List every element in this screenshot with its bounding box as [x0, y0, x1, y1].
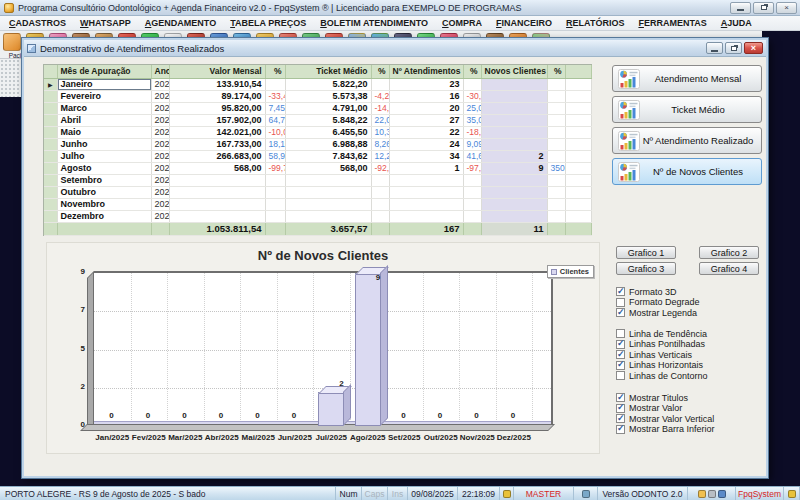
cell-pct[interactable]	[463, 174, 481, 186]
menu-tabela-pre-os[interactable]: TABELA PREÇOS	[223, 17, 313, 29]
chart-button-atendimento-mensal[interactable]: Atendimento Mensal	[612, 65, 762, 92]
cell-mes[interactable]: Marco	[57, 102, 151, 114]
cell-pct[interactable]	[547, 78, 565, 90]
cell-novos-clientes[interactable]	[481, 198, 547, 210]
cell-mes[interactable]: Outubro	[57, 186, 151, 198]
cell-valor[interactable]: 5.822,20	[285, 78, 371, 90]
cell-valor[interactable]: 5.848,22	[285, 114, 371, 126]
cell-ano[interactable]: 2025	[151, 186, 169, 198]
cell-pct[interactable]	[265, 174, 285, 186]
checkbox-mostrar-valor-vertical[interactable]: Mostrar Valor Vertical	[616, 414, 715, 423]
cell-pct[interactable]: 12,23	[371, 150, 389, 162]
mdi-restore-button[interactable]	[725, 42, 742, 54]
cell-ano[interactable]: 2025	[151, 210, 169, 222]
cell-valor[interactable]	[389, 210, 463, 222]
cell-pct[interactable]: 8,26	[371, 138, 389, 150]
menu-ajuda[interactable]: AJUDA	[714, 17, 759, 29]
cell-pct[interactable]: 64,79	[265, 114, 285, 126]
cell-valor[interactable]	[169, 186, 265, 198]
cell-pct[interactable]	[463, 78, 481, 90]
cell-valor[interactable]	[285, 198, 371, 210]
menu-boletim-atendimento[interactable]: BOLETIM ATENDIMENTO	[313, 17, 435, 29]
checkbox-linha-de-tend-ncia[interactable]: Linha de Tendência	[616, 329, 708, 338]
cell-valor[interactable]	[389, 174, 463, 186]
checkbox-formato-3d[interactable]: Formato 3D	[616, 287, 700, 296]
cell-pct[interactable]	[371, 210, 389, 222]
cell-pct[interactable]	[547, 210, 565, 222]
cell-valor[interactable]: 6.455,50	[285, 126, 371, 138]
cell-valor[interactable]: 133.910,54	[169, 78, 265, 90]
cell-valor[interactable]: 95.820,00	[169, 102, 265, 114]
pacientes-icon[interactable]: Paci	[3, 33, 21, 51]
cell-mes[interactable]: Maio	[57, 126, 151, 138]
checkbox-mostrar-titulos[interactable]: Mostrar Titulos	[616, 393, 715, 402]
cell-valor[interactable]: 142.021,00	[169, 126, 265, 138]
cell-valor[interactable]: 568,00	[285, 162, 371, 174]
cell-mes[interactable]: Agosto	[57, 162, 151, 174]
cell-pct[interactable]	[265, 186, 285, 198]
cell-mes[interactable]: Abril	[57, 114, 151, 126]
cell-valor[interactable]: 1	[389, 162, 463, 174]
grafico-4-button[interactable]: Grafico 4	[699, 262, 759, 275]
grafico-2-button[interactable]: Grafico 2	[699, 246, 759, 259]
cell-ano[interactable]: 2025	[151, 174, 169, 186]
checkbox-mostrar-barra-inferior[interactable]: Mostrar Barra Inferior	[616, 425, 715, 434]
cell-novos-clientes[interactable]	[481, 126, 547, 138]
cell-valor[interactable]	[169, 210, 265, 222]
cell-ano[interactable]: 2025	[151, 114, 169, 126]
cell-novos-clientes[interactable]	[481, 138, 547, 150]
cell-valor[interactable]: 23	[389, 78, 463, 90]
cell-valor[interactable]: 5.573,38	[285, 90, 371, 102]
menu-financeiro[interactable]: FINANCEIRO	[489, 17, 559, 29]
cell-pct[interactable]: 41,67	[463, 150, 481, 162]
cell-valor[interactable]	[389, 186, 463, 198]
cell-novos-clientes[interactable]	[481, 90, 547, 102]
cell-pct[interactable]	[547, 186, 565, 198]
cell-pct[interactable]	[371, 78, 389, 90]
cell-ano[interactable]: 2025	[151, 126, 169, 138]
grafico-3-button[interactable]: Grafico 3	[616, 262, 676, 275]
cell-ano[interactable]: 2025	[151, 102, 169, 114]
cell-pct[interactable]: -33,41	[265, 90, 285, 102]
cell-valor[interactable]	[389, 198, 463, 210]
cell-valor[interactable]: 167.733,00	[169, 138, 265, 150]
cell-ano[interactable]: 2025	[151, 90, 169, 102]
cell-pct[interactable]: 18,10	[265, 138, 285, 150]
mdi-close-button[interactable]: ×	[744, 42, 763, 54]
cell-valor[interactable]	[169, 174, 265, 186]
cell-valor[interactable]: 20	[389, 102, 463, 114]
cell-novos-clientes[interactable]	[481, 210, 547, 222]
cell-valor[interactable]: 4.791,00	[285, 102, 371, 114]
checkbox-mostrar-legenda[interactable]: Mostrar Legenda	[616, 308, 700, 317]
cell-ano[interactable]: 2025	[151, 198, 169, 210]
chart-button-n-de-novos-clientes[interactable]: Nº de Novos Clientes	[612, 158, 762, 185]
cell-mes[interactable]: Novembro	[57, 198, 151, 210]
checkbox-mostrar-valor[interactable]: Mostrar Valor	[616, 404, 715, 413]
checkbox-linhas-de-contorno[interactable]: Linhas de Contorno	[616, 371, 708, 380]
cell-valor[interactable]	[169, 198, 265, 210]
cell-novos-clientes[interactable]	[481, 174, 547, 186]
checkbox-formato-degrade[interactable]: Formato Degrade	[616, 298, 700, 307]
cell-mes[interactable]: Julho	[57, 150, 151, 162]
cell-pct[interactable]: 350,00	[547, 162, 565, 174]
cell-pct[interactable]: -14,04	[371, 102, 389, 114]
menu-whatsapp[interactable]: WHATSAPP	[73, 17, 138, 29]
cell-pct[interactable]	[265, 198, 285, 210]
cell-ano[interactable]: 2025	[151, 162, 169, 174]
checkbox-linhas-horizontais[interactable]: Linhas Horizontais	[616, 361, 708, 370]
cell-pct[interactable]	[547, 174, 565, 186]
cell-valor[interactable]: 89.174,00	[169, 90, 265, 102]
cell-novos-clientes[interactable]	[481, 78, 547, 90]
cell-valor[interactable]: 16	[389, 90, 463, 102]
cell-valor[interactable]: 157.902,00	[169, 114, 265, 126]
cell-valor[interactable]: 27	[389, 114, 463, 126]
menu-agendamento[interactable]: AGENDAMENTO	[138, 17, 223, 29]
cell-pct[interactable]: -30,43	[463, 90, 481, 102]
cell-novos-clientes[interactable]: 2	[481, 150, 547, 162]
cell-pct[interactable]: -92,76	[371, 162, 389, 174]
cell-valor[interactable]: 7.843,62	[285, 150, 371, 162]
cell-pct[interactable]	[371, 198, 389, 210]
cell-pct[interactable]	[463, 198, 481, 210]
restore-button[interactable]	[753, 2, 774, 14]
cell-pct[interactable]: 22,07	[371, 114, 389, 126]
